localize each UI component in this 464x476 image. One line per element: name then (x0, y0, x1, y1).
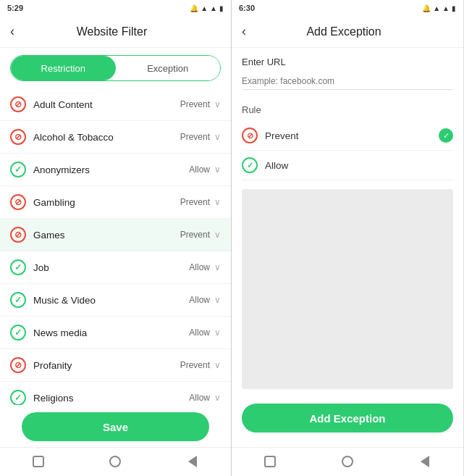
filter-status-games: Prevent (180, 230, 210, 240)
right-nav-square-icon[interactable] (262, 454, 278, 469)
filter-status-news: Allow (189, 327, 210, 338)
filter-status-job: Allow (189, 262, 210, 272)
right-header: ‹ Add Exception (232, 16, 463, 48)
right-battery-icon: ▮ (452, 4, 456, 12)
right-wifi-icon: ▲ (433, 4, 440, 12)
left-bottom-nav (0, 447, 231, 476)
filter-name-gambling: Gambling (33, 197, 180, 208)
chevron-adult: ∨ (214, 99, 221, 109)
right-time: 6:30 (239, 4, 255, 12)
tab-restriction[interactable]: Restriction (11, 56, 116, 80)
left-status-bar: 5:29 🔔 ▲ ▲ ▮ (0, 0, 231, 16)
rule-option-prevent[interactable]: ⊘ Prevent ✓ (242, 121, 453, 151)
filter-name-job: Job (33, 262, 189, 273)
filter-status-profanity: Prevent (180, 360, 210, 370)
add-exception-button[interactable]: Add Exception (242, 404, 453, 433)
filter-item-music-video[interactable]: ✓ Music & Video Allow ∨ (0, 284, 231, 317)
filter-status-anonymizers: Allow (189, 164, 210, 175)
battery-icon: ▮ (219, 4, 224, 12)
allow-icon-news: ✓ (10, 325, 26, 341)
allow-rule-label: Allow (265, 160, 453, 171)
right-signal-icon: ▲ (442, 4, 450, 12)
filter-name-anonymizers: Anonymizers (33, 164, 189, 175)
filter-item-anonymizers[interactable]: ✓ Anonymizers Allow ∨ (0, 154, 231, 186)
allow-icon-religions: ✓ (10, 390, 26, 405)
filter-item-news[interactable]: ✓ News media Allow ∨ (0, 317, 231, 349)
rule-section: Rule ⊘ Prevent ✓ ✓ Allow (242, 104, 453, 180)
filter-name-alcohol: Alcohol & Tobacco (33, 132, 180, 143)
filter-item-job[interactable]: ✓ Job Allow ∨ (0, 251, 231, 284)
prevent-rule-icon: ⊘ (242, 128, 258, 143)
right-bottom-nav (232, 447, 463, 476)
left-status-icons: 🔔 ▲ ▲ ▮ (190, 4, 224, 12)
url-input[interactable] (242, 73, 453, 90)
allow-icon-anonymizers: ✓ (10, 162, 26, 178)
prevent-icon-profanity: ⊘ (10, 357, 26, 373)
filter-item-religions[interactable]: ✓ Religions Allow ∨ (0, 382, 231, 405)
allow-icon-job: ✓ (10, 259, 26, 275)
filter-name-news: News media (33, 327, 189, 338)
prevent-icon-adult: ⊘ (10, 96, 26, 112)
chevron-gambling: ∨ (214, 197, 221, 207)
chevron-profanity: ∨ (214, 360, 221, 370)
chevron-alcohol: ∨ (214, 132, 221, 142)
filter-name-games: Games (33, 230, 180, 241)
save-button[interactable]: Save (22, 412, 209, 441)
filter-status-adult: Prevent (180, 99, 210, 109)
prevent-selected-check: ✓ (439, 128, 453, 143)
left-back-button[interactable]: ‹ (10, 24, 14, 39)
filter-name-music: Music & Video (33, 295, 189, 306)
signal-icon: ▲ (210, 4, 217, 12)
filter-list: ⊘ Adult Content Prevent ∨ ⊘ Alcohol & To… (0, 88, 231, 405)
right-notification-icon: 🔔 (422, 4, 431, 12)
left-page-title: Website Filter (20, 25, 203, 38)
right-phone-panel: 6:30 🔔 ▲ ▲ ▮ ‹ Add Exception Enter URL R… (232, 0, 463, 476)
left-phone-panel: 5:29 🔔 ▲ ▲ ▮ ‹ Website Filter Restrictio… (0, 0, 232, 476)
chevron-games: ∨ (214, 230, 221, 240)
filter-item-gambling[interactable]: ⊘ Gambling Prevent ∨ (0, 186, 231, 219)
nav-square-icon[interactable] (30, 454, 46, 469)
chevron-job: ∨ (214, 262, 221, 272)
right-nav-circle-icon[interactable] (339, 454, 355, 469)
wifi-icon: ▲ (201, 4, 208, 12)
filter-name-profanity: Profanity (33, 360, 180, 371)
add-exception-content: Enter URL Rule ⊘ Prevent ✓ ✓ Allow Add E… (232, 48, 463, 447)
right-nav-back-icon[interactable] (417, 454, 433, 469)
prevent-icon-gambling: ⊘ (10, 194, 26, 210)
chevron-religions: ∨ (214, 393, 221, 403)
filter-status-gambling: Prevent (180, 197, 210, 207)
rule-option-allow[interactable]: ✓ Allow (242, 151, 453, 180)
filter-status-religions: Allow (189, 393, 210, 403)
filter-item-alcohol[interactable]: ⊘ Alcohol & Tobacco Prevent ∨ (0, 121, 231, 154)
tab-exception[interactable]: Exception (116, 56, 221, 80)
filter-item-profanity[interactable]: ⊘ Profanity Prevent ∨ (0, 349, 231, 382)
filter-item-adult-content[interactable]: ⊘ Adult Content Prevent ∨ (0, 88, 231, 121)
filter-name-religions: Religions (33, 393, 189, 404)
filter-status-alcohol: Prevent (180, 132, 210, 142)
prevent-icon-alcohol: ⊘ (10, 129, 26, 145)
nav-back-icon[interactable] (185, 454, 201, 469)
chevron-music: ∨ (214, 295, 221, 305)
prevent-rule-label: Prevent (265, 130, 439, 141)
rule-section-label: Rule (242, 104, 453, 115)
chevron-anonymizers: ∨ (214, 164, 221, 175)
filter-status-music: Allow (189, 295, 210, 305)
left-header: ‹ Website Filter (0, 16, 231, 48)
left-time: 5:29 (7, 4, 23, 12)
empty-area (242, 189, 453, 389)
save-area: Save (0, 405, 231, 447)
allow-icon-music: ✓ (10, 292, 26, 308)
filter-item-games[interactable]: ⊘ Games Prevent ∨ (0, 219, 231, 251)
right-status-bar: 6:30 🔔 ▲ ▲ ▮ (232, 0, 463, 16)
chevron-news: ∨ (214, 327, 221, 338)
right-page-title: Add Exception (252, 25, 436, 38)
allow-rule-icon: ✓ (242, 157, 258, 173)
tab-switcher: Restriction Exception (10, 55, 221, 81)
nav-circle-icon[interactable] (107, 454, 123, 469)
right-status-icons: 🔔 ▲ ▲ ▮ (422, 4, 456, 12)
notification-icon: 🔔 (190, 4, 198, 12)
right-back-button[interactable]: ‹ (242, 24, 246, 39)
prevent-icon-games: ⊘ (10, 227, 26, 243)
filter-name-adult: Adult Content (33, 99, 180, 110)
url-field-label: Enter URL (242, 57, 453, 67)
